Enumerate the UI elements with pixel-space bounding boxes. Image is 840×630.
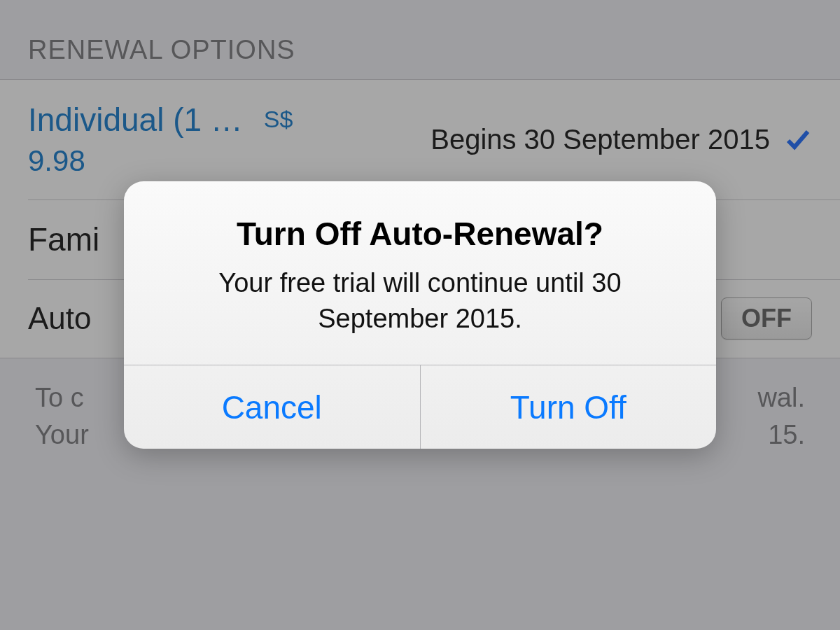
confirm-dialog: Turn Off Auto-Renewal? Your free trial w… xyxy=(124,181,716,449)
turn-off-button[interactable]: Turn Off xyxy=(420,365,717,449)
dialog-title: Turn Off Auto-Renewal? xyxy=(152,215,688,253)
cancel-button[interactable]: Cancel xyxy=(124,365,420,449)
dialog-message: Your free trial will continue until 30 S… xyxy=(152,265,688,337)
modal-overlay: Turn Off Auto-Renewal? Your free trial w… xyxy=(0,0,840,630)
